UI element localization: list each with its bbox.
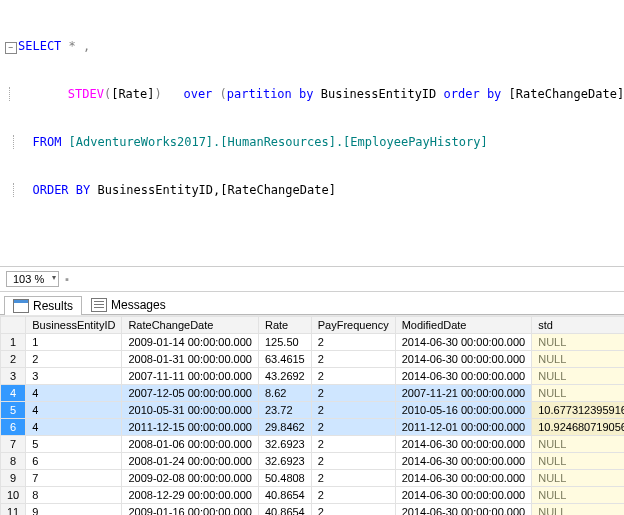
cell-std[interactable]: NULL <box>532 453 624 470</box>
cell-pf[interactable]: 2 <box>311 368 395 385</box>
cell-pf[interactable]: 2 <box>311 470 395 487</box>
cell-pf[interactable]: 2 <box>311 504 395 516</box>
cell-rate[interactable]: 40.8654 <box>258 504 311 516</box>
cell-rate[interactable]: 29.8462 <box>258 419 311 436</box>
cell-pf[interactable]: 2 <box>311 436 395 453</box>
rownum[interactable]: 9 <box>1 470 26 487</box>
rownum[interactable]: 11 <box>1 504 26 516</box>
rownum[interactable]: 10 <box>1 487 26 504</box>
cell-md[interactable]: 2007-11-21 00:00:00.000 <box>395 385 532 402</box>
cell-md[interactable]: 2014-06-30 00:00:00.000 <box>395 453 532 470</box>
cell-rcd[interactable]: 2009-02-08 00:00:00.000 <box>122 470 259 487</box>
cell-md[interactable]: 2014-06-30 00:00:00.000 <box>395 368 532 385</box>
cell-md[interactable]: 2011-12-01 00:00:00.000 <box>395 419 532 436</box>
col-rownum[interactable] <box>1 317 26 334</box>
cell-pf[interactable]: 2 <box>311 453 395 470</box>
table-row[interactable]: 972009-02-08 00:00:00.00050.480822014-06… <box>1 470 625 487</box>
table-row[interactable]: 332007-11-11 00:00:00.00043.269222014-06… <box>1 368 625 385</box>
cell-md[interactable]: 2014-06-30 00:00:00.000 <box>395 436 532 453</box>
sql-editor[interactable]: − SELECT * , STDEV([Rate]) over (partiti… <box>0 0 624 267</box>
col-std[interactable]: std <box>532 317 624 334</box>
rownum[interactable]: 6 <box>1 419 26 436</box>
cell-beid[interactable]: 6 <box>26 453 122 470</box>
rownum[interactable]: 2 <box>1 351 26 368</box>
rownum[interactable]: 1 <box>1 334 26 351</box>
cell-rate[interactable]: 43.2692 <box>258 368 311 385</box>
results-grid-wrap[interactable]: BusinessEntityID RateChangeDate Rate Pay… <box>0 315 624 515</box>
cell-rcd[interactable]: 2008-01-31 00:00:00.000 <box>122 351 259 368</box>
cell-std[interactable]: 10.6773123959169 <box>532 402 624 419</box>
cell-pf[interactable]: 2 <box>311 402 395 419</box>
rownum[interactable]: 8 <box>1 453 26 470</box>
cell-rcd[interactable]: 2007-12-05 00:00:00.000 <box>122 385 259 402</box>
cell-rate[interactable]: 40.8654 <box>258 487 311 504</box>
cell-md[interactable]: 2014-06-30 00:00:00.000 <box>395 334 532 351</box>
cell-rate[interactable]: 32.6923 <box>258 436 311 453</box>
cell-pf[interactable]: 2 <box>311 487 395 504</box>
cell-rcd[interactable]: 2009-01-14 00:00:00.000 <box>122 334 259 351</box>
cell-pf[interactable]: 2 <box>311 385 395 402</box>
results-grid[interactable]: BusinessEntityID RateChangeDate Rate Pay… <box>0 316 624 515</box>
cell-rcd[interactable]: 2008-01-24 00:00:00.000 <box>122 453 259 470</box>
tab-messages[interactable]: Messages <box>82 295 175 314</box>
zoom-dropdown[interactable]: 103 % <box>6 271 59 287</box>
cell-pf[interactable]: 2 <box>311 351 395 368</box>
tab-results[interactable]: Results <box>4 296 82 315</box>
col-businessentityid[interactable]: BusinessEntityID <box>26 317 122 334</box>
rownum[interactable]: 3 <box>1 368 26 385</box>
cell-rate[interactable]: 8.62 <box>258 385 311 402</box>
col-rate[interactable]: Rate <box>258 317 311 334</box>
col-ratechangedate[interactable]: RateChangeDate <box>122 317 259 334</box>
cell-beid[interactable]: 8 <box>26 487 122 504</box>
cell-beid[interactable]: 4 <box>26 402 122 419</box>
cell-rcd[interactable]: 2008-12-29 00:00:00.000 <box>122 487 259 504</box>
cell-std[interactable]: NULL <box>532 470 624 487</box>
cell-beid[interactable]: 5 <box>26 436 122 453</box>
cell-beid[interactable]: 4 <box>26 385 122 402</box>
cell-std[interactable]: NULL <box>532 487 624 504</box>
cell-rate[interactable]: 125.50 <box>258 334 311 351</box>
cell-pf[interactable]: 2 <box>311 334 395 351</box>
table-row[interactable]: 112009-01-14 00:00:00.000125.5022014-06-… <box>1 334 625 351</box>
cell-pf[interactable]: 2 <box>311 419 395 436</box>
cell-beid[interactable]: 3 <box>26 368 122 385</box>
cell-rate[interactable]: 50.4808 <box>258 470 311 487</box>
col-payfrequency[interactable]: PayFrequency <box>311 317 395 334</box>
cell-beid[interactable]: 1 <box>26 334 122 351</box>
cell-md[interactable]: 2014-06-30 00:00:00.000 <box>395 504 532 516</box>
table-row[interactable]: 1082008-12-29 00:00:00.00040.865422014-0… <box>1 487 625 504</box>
cell-rcd[interactable]: 2011-12-15 00:00:00.000 <box>122 419 259 436</box>
cell-std[interactable]: NULL <box>532 368 624 385</box>
table-row[interactable]: 222008-01-31 00:00:00.00063.461522014-06… <box>1 351 625 368</box>
cell-rcd[interactable]: 2009-01-16 00:00:00.000 <box>122 504 259 516</box>
cell-std[interactable]: NULL <box>532 334 624 351</box>
table-row[interactable]: 862008-01-24 00:00:00.00032.692322014-06… <box>1 453 625 470</box>
table-row[interactable]: 442007-12-05 00:00:00.0008.6222007-11-21… <box>1 385 625 402</box>
table-row[interactable]: 752008-01-06 00:00:00.00032.692322014-06… <box>1 436 625 453</box>
cell-beid[interactable]: 4 <box>26 419 122 436</box>
cell-md[interactable]: 2014-06-30 00:00:00.000 <box>395 351 532 368</box>
cell-std[interactable]: NULL <box>532 385 624 402</box>
cell-md[interactable]: 2014-06-30 00:00:00.000 <box>395 470 532 487</box>
cell-md[interactable]: 2010-05-16 00:00:00.000 <box>395 402 532 419</box>
rownum[interactable]: 4 <box>1 385 26 402</box>
rownum[interactable]: 7 <box>1 436 26 453</box>
fold-toggle-icon[interactable]: − <box>4 38 18 54</box>
col-modifieddate[interactable]: ModifiedDate <box>395 317 532 334</box>
cell-rcd[interactable]: 2008-01-06 00:00:00.000 <box>122 436 259 453</box>
cell-md[interactable]: 2014-06-30 00:00:00.000 <box>395 487 532 504</box>
cell-std[interactable]: NULL <box>532 504 624 516</box>
cell-beid[interactable]: 2 <box>26 351 122 368</box>
cell-rcd[interactable]: 2007-11-11 00:00:00.000 <box>122 368 259 385</box>
cell-rate[interactable]: 63.4615 <box>258 351 311 368</box>
table-row[interactable]: 642011-12-15 00:00:00.00029.846222011-12… <box>1 419 625 436</box>
table-row[interactable]: 1192009-01-16 00:00:00.00040.865422014-0… <box>1 504 625 516</box>
cell-beid[interactable]: 9 <box>26 504 122 516</box>
cell-std[interactable]: NULL <box>532 351 624 368</box>
rownum[interactable]: 5 <box>1 402 26 419</box>
cell-rate[interactable]: 32.6923 <box>258 453 311 470</box>
cell-beid[interactable]: 7 <box>26 470 122 487</box>
table-row[interactable]: 542010-05-31 00:00:00.00023.7222010-05-1… <box>1 402 625 419</box>
cell-rcd[interactable]: 2010-05-31 00:00:00.000 <box>122 402 259 419</box>
cell-std[interactable]: NULL <box>532 436 624 453</box>
